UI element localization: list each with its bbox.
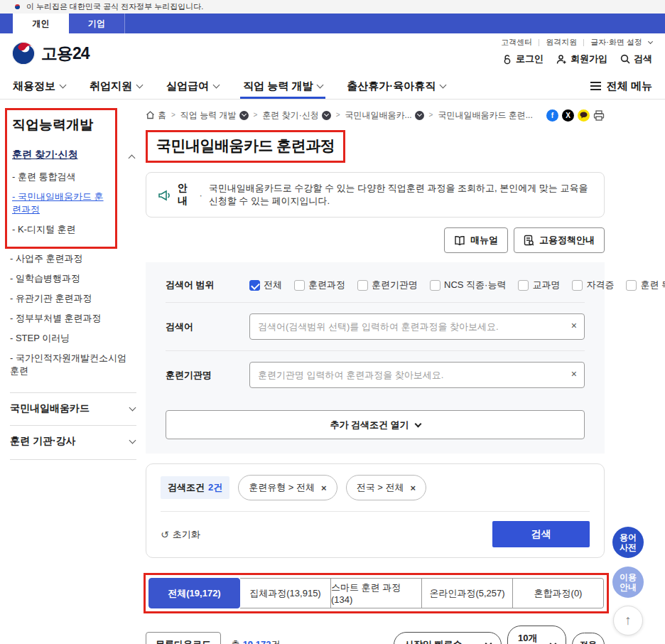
chevron-down-icon: [550, 640, 557, 644]
tab-online-courses[interactable]: 온라인과정(5,257): [422, 578, 513, 608]
book-icon: [454, 235, 465, 246]
manual-button[interactable]: 매뉴얼: [444, 227, 508, 253]
tab-smart-courses[interactable]: 스마트 훈련 과정(134): [331, 578, 422, 608]
breadcrumb-dropdown-icon[interactable]: [322, 111, 331, 120]
link-display-settings[interactable]: 글자·화면 설정: [590, 37, 642, 48]
sidebar-item-k-digital[interactable]: - K-디지털 훈련: [12, 220, 111, 240]
sidebar-item-employer-courses[interactable]: - 사업주 훈련과정: [10, 249, 132, 269]
scroll-top-button[interactable]: ↑: [613, 606, 643, 635]
search-button[interactable]: 검색: [492, 521, 590, 547]
nav-unemployment-benefits[interactable]: 실업급여: [166, 73, 219, 99]
remove-icon[interactable]: ×: [321, 483, 327, 493]
print-icon[interactable]: [593, 110, 605, 121]
annotation-box-title: 국민내일배움카드 훈련과정: [146, 130, 345, 163]
sidebar-title: 직업능력개발: [12, 116, 111, 134]
download-list-button[interactable]: 목록다운로드: [146, 632, 221, 644]
account-links: 로그인 회원가입 검색: [502, 53, 652, 65]
nav-vocational-development[interactable]: 직업 능력 개발: [243, 73, 323, 99]
info-label: 안내: [178, 182, 193, 208]
breadcrumb-separator: >: [336, 111, 340, 119]
condition-card: 검색조건2건 훈련유형 > 전체× 전국 > 전체× ↺ 초기화 검색: [146, 463, 605, 558]
gov-notice-bar: 이 누리집은 대한민국 공식 전자정부 누리집입니다.: [0, 0, 665, 14]
nav-employment-support[interactable]: 취업지원: [90, 73, 142, 99]
scope-checkbox-group: 전체 훈련과정 훈련기관명 NCS 직종·능력 교과명 자격증 훈련 목표: [249, 279, 665, 291]
checkbox-ncs[interactable]: NCS 직종·능력: [430, 279, 506, 291]
breadcrumb-vocational[interactable]: 직업 능력 개발: [180, 109, 249, 122]
list-controls: 목록다운로드 총 19,172건 시작일 빠른순 10개씩 적용: [146, 626, 605, 644]
tab-group-courses[interactable]: 집체과정(13,915): [240, 578, 331, 608]
login-link[interactable]: 로그인: [502, 53, 544, 65]
clear-icon[interactable]: ×: [571, 368, 577, 380]
sidebar-item-work-learning[interactable]: - 일학습병행과정: [10, 269, 132, 289]
search-icon: [620, 54, 630, 64]
sidebar-item-nhrd-consortium[interactable]: - 국가인적자원개발컨소시엄훈련: [10, 348, 132, 381]
sort-select[interactable]: 시작일 빠른순: [394, 632, 502, 644]
checkbox-all[interactable]: 전체: [249, 279, 282, 291]
chevron-down-icon: [136, 82, 144, 89]
breadcrumb-tomorrow-card[interactable]: 국민내일배움카...: [345, 109, 424, 122]
glossary-button[interactable]: 용어사전: [612, 527, 644, 558]
checkbox-institution[interactable]: 훈련기관명: [357, 279, 418, 291]
tab-business[interactable]: 기업: [69, 14, 125, 33]
page-actions: 매뉴얼 고용정책안내: [146, 227, 605, 253]
link-customer-center[interactable]: 고객센터: [501, 37, 532, 48]
reset-button[interactable]: ↺ 초기화: [161, 528, 200, 541]
facebook-icon[interactable]: f: [546, 109, 558, 122]
apply-button[interactable]: 적용: [572, 633, 605, 644]
chevron-up-icon[interactable]: [129, 155, 136, 162]
x-twitter-icon[interactable]: X: [562, 109, 574, 122]
sidebar-section-tomorrow-card[interactable]: 국민내일배움카드: [10, 392, 136, 417]
signup-link[interactable]: 회원가입: [556, 53, 607, 65]
content-area: 직업능력개발 훈련 찾기·신청 - 훈련 통합검색 - 국민내일배움카드 훈련과…: [0, 100, 665, 644]
sidebar-item-ministry-courses[interactable]: - 정부부처별 훈련과정: [10, 308, 132, 328]
chevron-down-icon: [129, 404, 136, 412]
institution-input[interactable]: [249, 362, 585, 388]
site-header: 고용24 고객센터 원격지원 글자·화면 설정 로그인 회원가입 검색: [0, 33, 665, 73]
breadcrumb-dropdown-icon[interactable]: [415, 111, 424, 120]
page-size-select[interactable]: 10개씩: [507, 626, 566, 644]
chevron-down-icon: [648, 38, 653, 43]
kakao-icon[interactable]: [578, 109, 590, 122]
tab-all-courses[interactable]: 전체(19,172): [148, 578, 240, 608]
arrow-up-icon: ↑: [625, 613, 632, 629]
checkbox-goal[interactable]: 훈련 목표: [626, 279, 665, 291]
checkbox-subject[interactable]: 교과명: [518, 279, 560, 291]
keyword-input[interactable]: [249, 313, 585, 340]
breadcrumb-home[interactable]: 홈: [146, 109, 166, 122]
divider: [583, 39, 584, 46]
more-filters-button[interactable]: 추가 검색조건 열기: [166, 410, 585, 439]
clear-icon[interactable]: ×: [571, 320, 577, 331]
all-menu-button[interactable]: 전체 메뉴: [590, 80, 652, 93]
search-link[interactable]: 검색: [620, 53, 652, 65]
sidebar-item-tomorrow-card-courses[interactable]: - 국민내일배움카드 훈련과정: [12, 187, 111, 220]
share-icons: f X: [546, 109, 605, 122]
employment-policy-button[interactable]: 고용정책안내: [514, 227, 605, 253]
sidebar-section-institutions[interactable]: 훈련 기관·강사: [10, 425, 136, 449]
nav-maternity-leave[interactable]: 출산휴가·육아휴직: [347, 73, 445, 99]
chevron-down-icon: [60, 82, 67, 89]
chevron-down-icon: [129, 437, 136, 444]
sidebar-item-related-org-courses[interactable]: - 유관기관 훈련과정: [10, 289, 132, 308]
sidebar-item-integrated-search[interactable]: - 훈련 통합검색: [12, 167, 111, 187]
page-title: 국민내일배움카드 훈련과정: [156, 136, 335, 156]
info-text: 국민내일배움카드로 수강할 수 있는 다양한 직업훈련 과정을 조회하고, 본인…: [209, 182, 593, 208]
keyword-label: 검색어: [166, 321, 249, 333]
remove-icon[interactable]: ×: [410, 483, 416, 493]
tab-personal[interactable]: 개인: [13, 14, 69, 33]
site-logo[interactable]: 고용24: [11, 41, 90, 65]
gov-emblem-icon: [11, 41, 36, 65]
nav-recruit-info[interactable]: 채용정보: [13, 73, 65, 99]
breadcrumb-training-search[interactable]: 훈련 찾기·신청: [262, 109, 330, 122]
sidebar-group-training-search[interactable]: 훈련 찾기·신청: [12, 149, 111, 161]
checkbox-license[interactable]: 자격증: [572, 279, 614, 291]
link-remote-support[interactable]: 원격지원: [546, 37, 577, 48]
person-plus-icon: [556, 54, 567, 65]
checkbox-course[interactable]: 훈련과정: [294, 279, 345, 291]
usage-guide-button[interactable]: 이용안내: [612, 567, 644, 598]
condition-tag-training-type: 훈련유형 > 전체×: [238, 475, 337, 500]
sidebar-item-step-elearning[interactable]: - STEP 이러닝: [10, 328, 132, 348]
breadcrumb-dropdown-icon[interactable]: [239, 111, 249, 120]
divider: [539, 39, 539, 46]
breadcrumb-separator: >: [254, 111, 258, 119]
tab-blended-courses[interactable]: 혼합과정(0): [513, 578, 604, 608]
